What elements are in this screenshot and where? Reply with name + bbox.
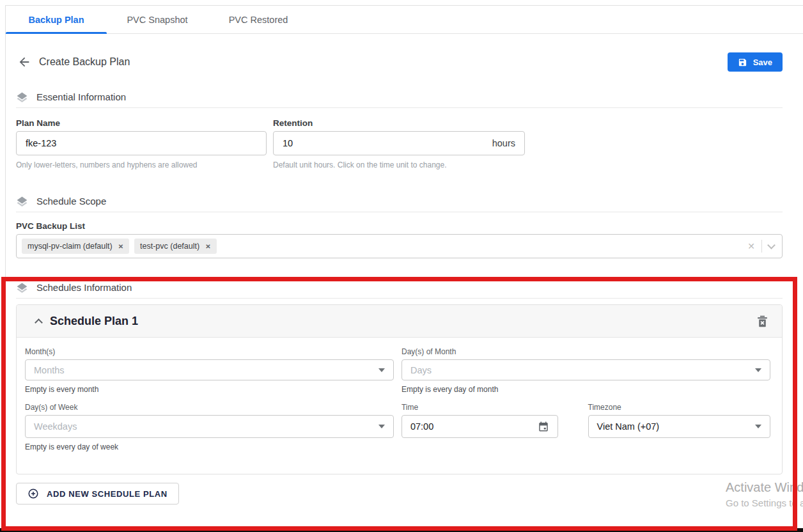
tab-backup-plan[interactable]: Backup Plan	[6, 6, 107, 33]
chip-remove-icon[interactable]: ✕	[118, 243, 123, 250]
layers-icon	[16, 195, 28, 207]
retention-hint: Default unit hours. Click on the time un…	[273, 160, 525, 169]
back-arrow-icon[interactable]	[16, 54, 33, 70]
section-title-text: Schedule Scope	[36, 196, 106, 207]
days-of-month-select[interactable]: Days	[402, 359, 770, 380]
section-title-text: Schedules Information	[36, 282, 132, 293]
section-schedules-information: Schedules Information	[16, 281, 783, 293]
screen-edge-strip	[0, 528, 803, 532]
pvc-backup-list-label: PVC Backup List	[16, 221, 783, 231]
retention-field: hours	[273, 131, 525, 155]
tab-label: Backup Plan	[28, 15, 84, 25]
section-divider	[16, 107, 783, 108]
schedule-plan-title: Schedule Plan 1	[50, 315, 138, 328]
schedule-plan-card: Schedule Plan 1 Month(s)	[16, 304, 783, 474]
days-of-week-select[interactable]: Weekdays	[25, 415, 394, 438]
tab-label: PVC Restored	[229, 15, 288, 25]
months-select[interactable]: Months	[25, 359, 394, 380]
pvc-backup-list-select[interactable]: mysql-pv-claim (default) ✕ test-pvc (def…	[16, 234, 783, 258]
tab-pvc-snapshot[interactable]: PVC Snapshot	[107, 6, 208, 33]
collapse-chevron-icon[interactable]	[35, 318, 43, 327]
days-of-week-hint: Empty is every day of week	[25, 442, 394, 451]
months-placeholder: Months	[34, 365, 65, 375]
save-icon	[738, 58, 747, 67]
section-title-text: Essential Information	[36, 91, 126, 102]
add-button-label: ADD NEW SCHEDULE PLAN	[47, 489, 168, 499]
timezone-label: Timezone	[588, 403, 770, 412]
retention-input[interactable]	[283, 138, 492, 148]
weekdays-placeholder: Weekdays	[34, 421, 77, 432]
time-input[interactable]: 07:00	[402, 415, 558, 438]
dropdown-arrow-icon	[755, 368, 761, 372]
retention-unit-toggle[interactable]: hours	[492, 138, 515, 148]
dropdown-arrow-icon	[755, 425, 761, 428]
page-header: Create Backup Plan Save	[16, 52, 783, 72]
dropdown-arrow-icon	[378, 425, 385, 428]
content-panel: Backup Plan PVC Snapshot PVC Restored Cr…	[5, 5, 803, 528]
time-value: 07:00	[410, 421, 433, 432]
plan-name-field	[16, 131, 267, 155]
timezone-select[interactable]: Viet Nam (+07)	[588, 415, 770, 438]
page: Backup Plan PVC Snapshot PVC Restored Cr…	[0, 0, 803, 532]
chip-remove-icon[interactable]: ✕	[205, 243, 210, 250]
tab-pvc-restored[interactable]: PVC Restored	[208, 6, 309, 33]
pvc-chip-label: test-pvc (default)	[140, 242, 199, 251]
tab-bar: Backup Plan PVC Snapshot PVC Restored	[6, 6, 803, 34]
pvc-chip-label: mysql-pv-claim (default)	[27, 242, 113, 251]
chevron-down-icon[interactable]	[767, 241, 776, 249]
months-label: Month(s)	[25, 347, 394, 356]
plan-name-hint: Only lower-letters, numbers and hyphens …	[16, 160, 267, 169]
plus-circle-icon	[27, 488, 39, 499]
page-title: Create Backup Plan	[39, 56, 130, 68]
timezone-value: Viet Nam (+07)	[597, 421, 660, 432]
section-divider	[16, 298, 783, 299]
layers-icon	[16, 91, 28, 103]
days-of-month-hint: Empty is every day of month	[402, 385, 770, 394]
save-button-label: Save	[753, 58, 772, 67]
section-divider	[16, 212, 783, 212]
days-of-week-label: Day(s) of Week	[25, 403, 394, 412]
schedule-plan-header: Schedule Plan 1	[17, 305, 782, 338]
retention-label: Retention	[273, 118, 525, 128]
section-schedule-scope: Schedule Scope	[16, 195, 783, 207]
pvc-chip: mysql-pv-claim (default) ✕	[22, 239, 129, 254]
save-button[interactable]: Save	[728, 52, 783, 72]
days-placeholder: Days	[410, 365, 432, 375]
separator	[761, 240, 762, 253]
tab-label: PVC Snapshot	[127, 15, 187, 25]
delete-schedule-plan-icon[interactable]	[757, 315, 768, 327]
clear-all-icon[interactable]: ✕	[747, 242, 755, 251]
months-hint: Empty is every month	[25, 385, 394, 394]
section-essential-information: Essential Information	[16, 91, 783, 103]
pvc-chip: test-pvc (default) ✕	[134, 239, 216, 254]
plan-name-label: Plan Name	[16, 118, 267, 128]
plan-name-input[interactable]	[26, 138, 257, 148]
calendar-icon[interactable]	[538, 421, 549, 432]
dropdown-arrow-icon	[378, 368, 385, 372]
layers-icon	[16, 281, 28, 293]
add-new-schedule-plan-button[interactable]: ADD NEW SCHEDULE PLAN	[16, 483, 179, 505]
time-label: Time	[402, 403, 558, 412]
days-of-month-label: Day(s) of Month	[402, 347, 770, 356]
